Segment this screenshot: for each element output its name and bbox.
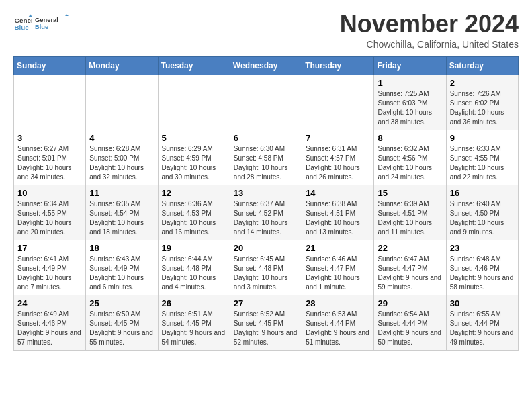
day-info: Sunrise: 6:51 AM Sunset: 4:45 PM Dayligh…	[162, 310, 226, 347]
day-info: Sunrise: 6:46 AM Sunset: 4:47 PM Dayligh…	[306, 255, 370, 292]
day-number: 24	[17, 298, 82, 308]
day-number: 4	[89, 133, 154, 143]
day-number: 3	[17, 133, 82, 143]
page-header: General Blue General Blue November 2024 …	[13, 11, 519, 50]
day-number: 19	[162, 243, 226, 253]
logo-icon: General Blue	[13, 13, 32, 32]
day-info: Sunrise: 6:50 AM Sunset: 4:45 PM Dayligh…	[89, 310, 154, 347]
day-info: Sunrise: 6:39 AM Sunset: 4:51 PM Dayligh…	[378, 199, 442, 237]
day-number: 8	[378, 133, 442, 143]
day-number: 7	[306, 133, 370, 143]
calendar-day-cell: 9Sunrise: 6:33 AM Sunset: 4:55 PM Daylig…	[446, 130, 518, 185]
calendar-week-row: 10Sunrise: 6:34 AM Sunset: 4:55 PM Dayli…	[14, 185, 519, 240]
weekday-header: Saturday	[446, 56, 518, 75]
calendar-day-cell: 2Sunrise: 7:26 AM Sunset: 6:02 PM Daylig…	[446, 75, 518, 130]
day-info: Sunrise: 6:54 AM Sunset: 4:44 PM Dayligh…	[378, 310, 442, 347]
calendar-day-cell: 10Sunrise: 6:34 AM Sunset: 4:55 PM Dayli…	[14, 185, 86, 240]
calendar-day-cell: 4Sunrise: 6:28 AM Sunset: 5:00 PM Daylig…	[86, 130, 158, 185]
day-number: 9	[450, 133, 515, 143]
month-title: November 2024	[340, 11, 519, 38]
calendar-day-cell: 21Sunrise: 6:46 AM Sunset: 4:47 PM Dayli…	[302, 240, 374, 295]
day-info: Sunrise: 6:44 AM Sunset: 4:48 PM Dayligh…	[162, 255, 226, 292]
calendar-day-cell: 6Sunrise: 6:30 AM Sunset: 4:58 PM Daylig…	[230, 130, 302, 185]
day-info: Sunrise: 6:49 AM Sunset: 4:46 PM Dayligh…	[17, 310, 82, 347]
day-number: 17	[17, 243, 82, 253]
calendar-day-cell: 5Sunrise: 6:29 AM Sunset: 4:59 PM Daylig…	[158, 130, 230, 185]
day-info: Sunrise: 6:45 AM Sunset: 4:48 PM Dayligh…	[234, 255, 298, 292]
day-number: 30	[450, 298, 515, 308]
day-info: Sunrise: 6:33 AM Sunset: 4:55 PM Dayligh…	[450, 144, 515, 182]
calendar-day-cell	[302, 75, 374, 130]
calendar-day-cell: 25Sunrise: 6:50 AM Sunset: 4:45 PM Dayli…	[86, 295, 158, 350]
calendar-day-cell: 3Sunrise: 6:27 AM Sunset: 5:01 PM Daylig…	[14, 130, 86, 185]
day-info: Sunrise: 6:35 AM Sunset: 4:54 PM Dayligh…	[89, 199, 154, 237]
day-number: 22	[378, 243, 442, 253]
calendar-day-cell	[14, 75, 86, 130]
weekday-header-row: SundayMondayTuesdayWednesdayThursdayFrid…	[14, 56, 519, 75]
day-number: 14	[306, 188, 370, 198]
calendar-day-cell: 22Sunrise: 6:47 AM Sunset: 4:47 PM Dayli…	[374, 240, 446, 295]
day-number: 18	[89, 243, 154, 253]
calendar-day-cell: 1Sunrise: 7:25 AM Sunset: 6:03 PM Daylig…	[374, 75, 446, 130]
calendar-day-cell: 29Sunrise: 6:54 AM Sunset: 4:44 PM Dayli…	[374, 295, 446, 350]
day-info: Sunrise: 6:30 AM Sunset: 4:58 PM Dayligh…	[234, 144, 298, 182]
calendar-day-cell: 14Sunrise: 6:38 AM Sunset: 4:51 PM Dayli…	[302, 185, 374, 240]
day-info: Sunrise: 6:43 AM Sunset: 4:49 PM Dayligh…	[89, 255, 154, 292]
calendar-day-cell: 24Sunrise: 6:49 AM Sunset: 4:46 PM Dayli…	[14, 295, 86, 350]
weekday-header: Wednesday	[230, 56, 302, 75]
logo: General Blue General Blue	[13, 11, 69, 35]
day-info: Sunrise: 6:29 AM Sunset: 4:59 PM Dayligh…	[162, 144, 226, 182]
calendar-week-row: 3Sunrise: 6:27 AM Sunset: 5:01 PM Daylig…	[14, 130, 519, 185]
calendar-week-row: 1Sunrise: 7:25 AM Sunset: 6:03 PM Daylig…	[14, 75, 519, 130]
weekday-header: Monday	[86, 56, 158, 75]
svg-marker-5	[65, 15, 69, 17]
calendar-day-cell: 17Sunrise: 6:41 AM Sunset: 4:49 PM Dayli…	[14, 240, 86, 295]
day-number: 23	[450, 243, 515, 253]
calendar-day-cell: 28Sunrise: 6:53 AM Sunset: 4:44 PM Dayli…	[302, 295, 374, 350]
day-number: 10	[17, 188, 82, 198]
calendar-day-cell	[86, 75, 158, 130]
calendar-day-cell: 13Sunrise: 6:37 AM Sunset: 4:52 PM Dayli…	[230, 185, 302, 240]
calendar-day-cell: 30Sunrise: 6:55 AM Sunset: 4:44 PM Dayli…	[446, 295, 518, 350]
day-number: 15	[378, 188, 442, 198]
logo-svg: General Blue	[35, 11, 69, 35]
day-number: 6	[234, 133, 298, 143]
location: Chowchilla, California, United States	[340, 39, 519, 50]
calendar-table: SundayMondayTuesdayWednesdayThursdayFrid…	[13, 56, 519, 351]
day-number: 28	[306, 298, 370, 308]
day-info: Sunrise: 6:55 AM Sunset: 4:44 PM Dayligh…	[450, 310, 515, 347]
weekday-header: Sunday	[14, 56, 86, 75]
day-info: Sunrise: 6:36 AM Sunset: 4:53 PM Dayligh…	[162, 199, 226, 237]
calendar-day-cell: 11Sunrise: 6:35 AM Sunset: 4:54 PM Dayli…	[86, 185, 158, 240]
svg-text:Blue: Blue	[14, 24, 29, 31]
day-info: Sunrise: 6:48 AM Sunset: 4:46 PM Dayligh…	[450, 255, 515, 292]
day-info: Sunrise: 6:32 AM Sunset: 4:56 PM Dayligh…	[378, 144, 442, 182]
day-info: Sunrise: 7:26 AM Sunset: 6:02 PM Dayligh…	[450, 89, 515, 127]
calendar-day-cell: 12Sunrise: 6:36 AM Sunset: 4:53 PM Dayli…	[158, 185, 230, 240]
day-info: Sunrise: 6:47 AM Sunset: 4:47 PM Dayligh…	[378, 255, 442, 292]
day-info: Sunrise: 6:53 AM Sunset: 4:44 PM Dayligh…	[306, 310, 370, 347]
day-info: Sunrise: 6:40 AM Sunset: 4:50 PM Dayligh…	[450, 199, 515, 237]
calendar-week-row: 24Sunrise: 6:49 AM Sunset: 4:46 PM Dayli…	[14, 295, 519, 350]
day-info: Sunrise: 6:37 AM Sunset: 4:52 PM Dayligh…	[234, 199, 298, 237]
calendar-day-cell: 26Sunrise: 6:51 AM Sunset: 4:45 PM Dayli…	[158, 295, 230, 350]
calendar-day-cell	[230, 75, 302, 130]
day-info: Sunrise: 6:28 AM Sunset: 5:00 PM Dayligh…	[89, 144, 154, 182]
day-info: Sunrise: 6:27 AM Sunset: 5:01 PM Dayligh…	[17, 144, 82, 182]
day-number: 2	[450, 78, 515, 88]
day-number: 26	[162, 298, 226, 308]
day-number: 29	[378, 298, 442, 308]
calendar-day-cell: 19Sunrise: 6:44 AM Sunset: 4:48 PM Dayli…	[158, 240, 230, 295]
weekday-header: Thursday	[302, 56, 374, 75]
weekday-header: Tuesday	[158, 56, 230, 75]
calendar-day-cell: 15Sunrise: 6:39 AM Sunset: 4:51 PM Dayli…	[374, 185, 446, 240]
day-number: 11	[89, 188, 154, 198]
day-info: Sunrise: 6:38 AM Sunset: 4:51 PM Dayligh…	[306, 199, 370, 237]
day-number: 1	[378, 78, 442, 88]
svg-text:General: General	[35, 17, 58, 24]
calendar-day-cell: 27Sunrise: 6:52 AM Sunset: 4:45 PM Dayli…	[230, 295, 302, 350]
day-number: 20	[234, 243, 298, 253]
day-info: Sunrise: 6:34 AM Sunset: 4:55 PM Dayligh…	[17, 199, 82, 237]
day-number: 27	[234, 298, 298, 308]
weekday-header: Friday	[374, 56, 446, 75]
